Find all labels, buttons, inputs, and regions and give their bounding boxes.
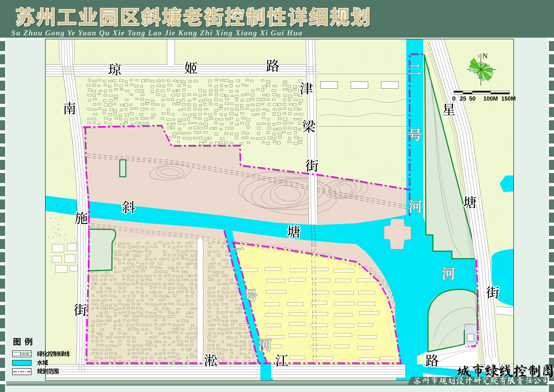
svg-text:20.0M: 20.0M (22, 353, 29, 356)
svg-text:50: 50 (469, 95, 476, 102)
svg-text:100M: 100M (483, 95, 498, 102)
svg-text:Su Zhou Gong Ye Yuan Qu: Su Zhou Gong Ye Yuan Qu Xie Tang Lao Jie… (11, 28, 302, 37)
svg-text:25: 25 (460, 95, 466, 102)
svg-text:150M: 150M (501, 95, 516, 102)
svg-text:N: N (483, 52, 488, 60)
svg-text:0: 0 (452, 95, 456, 102)
